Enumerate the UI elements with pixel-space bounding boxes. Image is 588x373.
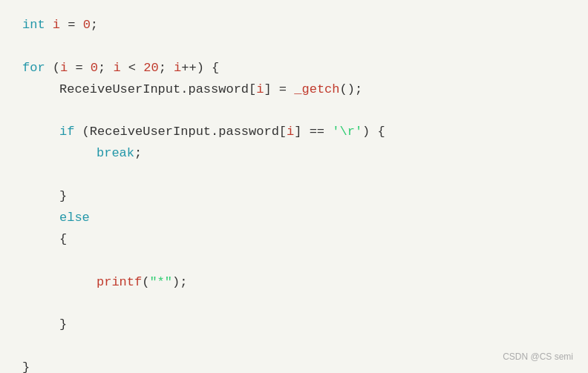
keyword-if: if	[59, 125, 74, 139]
code-line-printf: printf("*");	[22, 272, 566, 294]
keyword-int: int	[22, 18, 45, 32]
num-0: 0	[83, 18, 91, 32]
code-line-for: for (i = 0; i < 20; i++) {	[22, 58, 566, 79]
keyword-break: break	[97, 146, 134, 160]
code-line-else: else	[22, 208, 566, 229]
code-line-close-else: }	[22, 314, 566, 336]
string-cr: '\r'	[332, 125, 362, 139]
func-getch: _getch	[294, 82, 339, 96]
code-line-blank-3	[22, 165, 566, 186]
code-line-close-if: }	[22, 186, 566, 208]
keyword-else: else	[59, 211, 90, 225]
code-line-blank-1	[22, 36, 566, 58]
code-line-1: int i = 0;	[22, 15, 566, 36]
func-printf: printf	[97, 275, 142, 289]
keyword-for: for	[22, 61, 45, 75]
code-line-if: if (ReceiveUserInput.password[i] == '\r'…	[22, 122, 566, 143]
code-line-getch: ReceiveUserInput.password[i] = _getch();	[22, 79, 566, 101]
code-line-blank-4	[22, 251, 566, 272]
code-line-close-for: }	[22, 357, 566, 373]
watermark: CSDN @CS semi	[503, 349, 573, 364]
code-line-open-else: {	[22, 229, 566, 251]
code-block: int i = 0; for (i = 0; i < 20; i++) { Re…	[0, 0, 588, 373]
code-line-blank-2	[22, 101, 566, 122]
code-line-blank-5	[22, 294, 566, 315]
string-star: "*"	[149, 275, 172, 289]
var-i: i	[53, 18, 60, 32]
code-line-break: break;	[22, 143, 566, 165]
code-line-blank-6	[22, 336, 566, 357]
